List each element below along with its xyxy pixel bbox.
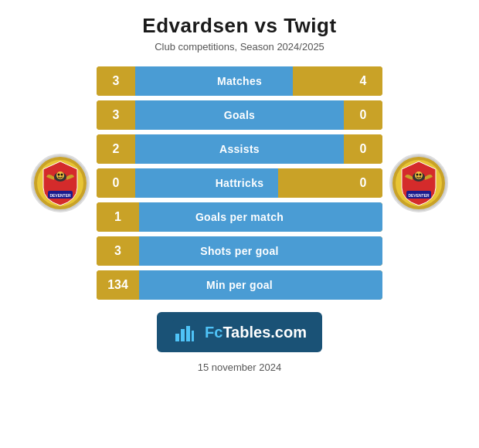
svg-rect-19 [186, 326, 190, 341]
stat-label-goals-per-match: Goals per match [97, 202, 382, 232]
svg-rect-18 [181, 329, 185, 341]
page-wrapper: Edvardsen vs Twigt Club competitions, Se… [0, 0, 479, 448]
fctables-label: FcTables.com [205, 324, 307, 341]
stat-label-matches: Matches [97, 66, 382, 96]
svg-rect-17 [175, 334, 179, 341]
fctables-tables: Tables.com [223, 324, 307, 341]
left-team-logo: DEVENTER [29, 154, 92, 212]
main-content: DEVENTER 3Matches43Goals02Assists00Hattr… [8, 66, 471, 300]
stat-row-shots-per-goal: 3Shots per goal [97, 236, 382, 266]
stat-label-min-per-goal: Min per goal [97, 270, 382, 300]
left-logo-circle: DEVENTER [31, 154, 90, 212]
stat-label-shots-per-goal: Shots per goal [97, 236, 382, 266]
svg-text:DEVENTER: DEVENTER [408, 193, 430, 198]
svg-rect-20 [192, 331, 194, 341]
stat-row-goals: 3Goals0 [97, 100, 382, 130]
fctables-fc: Fc [205, 324, 223, 341]
svg-point-13 [420, 174, 422, 176]
stat-row-min-per-goal: 134Min per goal [97, 270, 382, 300]
right-team-logo: DEVENTER [387, 154, 450, 212]
svg-point-5 [61, 174, 63, 176]
right-badge-svg: DEVENTER [391, 155, 447, 211]
stat-row-goals-per-match: 1Goals per match [97, 202, 382, 232]
svg-text:DEVENTER: DEVENTER [49, 193, 71, 198]
stat-row-hattricks: 0Hattricks0 [97, 168, 382, 198]
right-logo-circle: DEVENTER [389, 154, 448, 212]
svg-point-12 [416, 174, 419, 176]
stat-label-goals: Goals [97, 100, 382, 130]
left-badge-svg: DEVENTER [32, 155, 88, 211]
stat-row-assists: 2Assists0 [97, 134, 382, 164]
stats-container: 3Matches43Goals02Assists00Hattricks01Goa… [97, 66, 382, 300]
date-footer: 15 november 2024 [198, 361, 281, 373]
page-subtitle: Club competitions, Season 2024/2025 [155, 41, 324, 53]
page-title: Edvardsen vs Twigt [142, 14, 336, 38]
fctables-icon [172, 320, 197, 344]
stat-row-matches: 3Matches4 [97, 66, 382, 96]
stat-label-assists: Assists [97, 134, 382, 164]
fctables-banner[interactable]: FcTables.com [157, 312, 322, 352]
stat-label-hattricks: Hattricks [97, 168, 382, 198]
svg-point-4 [58, 174, 60, 176]
